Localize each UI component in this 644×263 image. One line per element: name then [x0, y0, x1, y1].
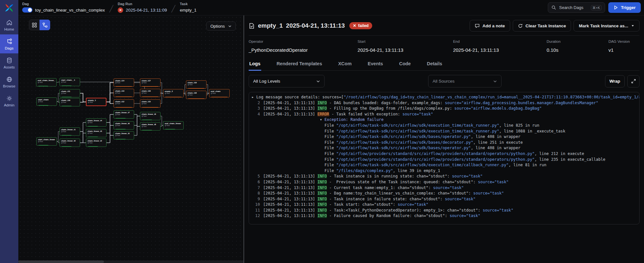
tab-details[interactable]: Details	[426, 58, 443, 71]
sidebar-item-label: Home	[4, 27, 14, 31]
node-status-badge: ✓ success	[61, 86, 72, 86]
log-level-select[interactable]: All Log Levels	[249, 75, 325, 87]
dag-name[interactable]: toy_chain_linear_vs_chain_complex	[35, 8, 105, 13]
sidebar-item-home[interactable]: Home	[0, 15, 18, 34]
dag-graph-icon	[6, 38, 13, 45]
dag-node-chain_t14[interactable]: chain_t14@Task⊘ upstream_failed	[114, 78, 134, 87]
dag-node-chain_t13[interactable]: chain_t13@Task⊘ upstream_failed	[114, 89, 134, 97]
dag-node-chain_t19[interactable]: chain_t19@Task⊘ upstream_failed	[186, 80, 207, 89]
sidebar: HomeDagsAssetsBrowseAdmin	[0, 0, 18, 263]
add-note-button[interactable]: Add a note	[470, 20, 510, 32]
dag-node-chain_linear_t0[interactable]: chain_linear_t0@Task✓ success	[60, 139, 80, 147]
database-icon	[6, 57, 13, 64]
dag-node-chain_linear_t5[interactable]: chain_linear_t5@Task✓ success	[114, 131, 134, 140]
status-badge: ✕ failed	[349, 22, 372, 29]
log-line: File "/files/dags/complex.py", line 39 i…	[252, 168, 639, 174]
log-line: 2[2025-04-21, 13:11:13] INFO - DAG bundl…	[252, 100, 639, 106]
log-line: 10[2025-04-21, 13:11:13] INFO - Task sta…	[252, 202, 639, 208]
app-root: HomeDagsAssetsBrowseAdmin Dag toy_chain_…	[0, 0, 644, 263]
log-source-select[interactable]: All Sources	[428, 75, 501, 87]
dag-node-end_chain_linear[interactable]: end_chain_linear@Task✓ success	[163, 121, 184, 130]
log-line: 12[2025-04-21, 13:11:13] INFO - Failure …	[252, 213, 639, 219]
chevron-down-icon	[493, 79, 497, 83]
node-status-badge: ⊘ upstream_failed	[188, 88, 205, 89]
grid-view-button[interactable]	[29, 20, 40, 30]
node-status-badge: ⊘ upstream_failed	[115, 96, 133, 97]
node-status-badge: ✓ success	[38, 86, 49, 86]
expand-icon	[631, 79, 636, 84]
graph-view-button[interactable]	[40, 20, 50, 30]
dag-node-chain_t17[interactable]: chain_t17@Task⊘ upstream_failed	[140, 78, 161, 87]
node-status-badge: ✓ success	[38, 145, 49, 146]
log-line: File "/opt/airflow/task-sdk/src/airflow/…	[252, 129, 639, 134]
sidebar-item-assets[interactable]: Assets	[0, 53, 18, 72]
mark-task-instance-as-button[interactable]: Mark Task Instance as...	[574, 20, 639, 32]
sidebar-item-admin[interactable]: Admin	[0, 91, 18, 110]
trigger-button[interactable]: Trigger	[608, 2, 641, 13]
topbar: Dag toy_chain_linear_vs_chain_complex ╱ …	[18, 0, 644, 15]
sidebar-item-browse[interactable]: Browse	[0, 72, 18, 91]
sidebar-item-dags[interactable]: Dags	[0, 34, 18, 53]
dag-node-chain_linear_t1[interactable]: chain_linear_t1@Task✓ success	[60, 127, 80, 136]
tab-rendered-templates[interactable]: Rendered Templates	[276, 58, 323, 71]
log-line: 11[2025-04-21, 13:11:13] INFO - Task:<Ta…	[252, 208, 639, 213]
node-status-badge: ⊘ upstream_failed	[142, 86, 159, 87]
dag-node-chain_linear_t8[interactable]: chain_linear_t8@Task✓ success	[140, 122, 161, 131]
sidebar-nav: HomeDagsAssetsBrowseAdmin	[0, 15, 18, 110]
dag-node-chain_linear_t9[interactable]: chain_linear_t9@Task✓ success	[140, 112, 161, 120]
search-dags-input[interactable]: Search Dags ⌘+K	[548, 2, 605, 13]
log-line: 3[2025-04-21, 13:11:13] INFO - Filling u…	[252, 106, 639, 112]
play-icon	[613, 5, 618, 10]
dag-run-link[interactable]: 2025-04-21, 13:11:09	[126, 8, 167, 13]
breadcrumb-separator: ╱	[109, 5, 113, 13]
dag-node-empty_1[interactable]: empty_1@Task✕ failed	[86, 98, 106, 106]
node-status-badge: ✓ success	[115, 118, 126, 119]
log-line: File "/opt/airflow/task-sdk/src/airflow/…	[252, 145, 639, 151]
fullscreen-button[interactable]	[627, 75, 639, 87]
dag-node-empty_2[interactable]: empty_2@Task⊘ upstream_failed	[163, 89, 184, 97]
dag-node-chain_t16[interactable]: chain_t16@Task⊘ upstream_failed	[140, 89, 161, 97]
task-label: Task	[180, 2, 197, 6]
log-line: 7[2025-04-21, 13:11:13] INFO - Current t…	[252, 185, 639, 191]
dag-node-chain_t18[interactable]: chain_t18@Task⊘ upstream_failed	[186, 91, 207, 99]
clear-task-instance-button[interactable]: Clear Task Instance	[513, 20, 571, 32]
task-instance-timestamp: 2025-04-21, 13:11:13	[286, 22, 345, 29]
dag-node-start_chain__1[interactable]: start_chain__1@Task✓ success	[60, 78, 80, 86]
sidebar-item-label: Admin	[4, 103, 14, 107]
dag-node-chain_linear_t6[interactable]: chain_linear_t6@Task✓ success	[114, 121, 134, 130]
log-viewer[interactable]: ▸ Log message source details: sources=["…	[249, 92, 639, 224]
tab-xcom[interactable]: XCom	[337, 58, 352, 71]
graph-options-button[interactable]: Options	[206, 22, 236, 31]
dag-node-chain_t15[interactable]: chain_t15@Task⊘ upstream_failed	[140, 99, 161, 108]
log-line: File "/opt/airflow/task-sdk/src/airflow/…	[252, 140, 639, 146]
dag-node-chain_linear_t3[interactable]: chain_linear_t3@Task✓ success	[86, 129, 106, 137]
dag-pause-toggle[interactable]	[22, 7, 32, 13]
tab-events[interactable]: Events	[367, 58, 384, 71]
dag-node-chain_t12[interactable]: chain_t12@Task⊘ upstream_failed	[114, 99, 134, 108]
node-status-badge: ✓ success	[61, 97, 72, 97]
dag-node-chain_t10[interactable]: chain_t10@Task✓ success	[60, 98, 80, 106]
dag-node-end_chain[interactable]: end_chain@Task⊘ upstream_failed	[209, 89, 230, 97]
log-line: File "/opt/airflow/providers/standard/sr…	[252, 151, 639, 157]
dag-node-end_chain_linear__1[interactable]: end_chain_linear__1@Task✓ success	[36, 78, 57, 86]
log-line: File "/opt/airflow/task-sdk/src/airflow/…	[252, 162, 639, 168]
dag-node-chain_linear_t4[interactable]: chain_linear_t4@Task✓ success	[86, 118, 106, 127]
task-doc-icon	[249, 23, 255, 29]
caret-down-icon	[631, 24, 634, 27]
breadcrumb-separator: ╱	[171, 5, 175, 13]
log-line: File "/opt/airflow/providers/standard/sr…	[252, 157, 639, 163]
airflow-logo-icon[interactable]	[0, 0, 18, 15]
graph-horizontal-scrollbar[interactable]	[18, 260, 244, 263]
node-status-badge: ⊘ upstream_failed	[142, 96, 159, 97]
tab-code[interactable]: Code	[399, 58, 411, 71]
dag-node-start_chain_linear[interactable]: start_chain_linear@Task✓ success	[36, 137, 57, 146]
dag-node-chain_linear_t7[interactable]: chain_linear_t7@Task✓ success	[114, 110, 134, 119]
search-icon	[551, 5, 556, 10]
dag-node-start_chain[interactable]: start_chain@Task✓ success	[36, 97, 57, 106]
wrap-button[interactable]: Wrap	[605, 75, 625, 87]
dag-node-chain_linear_t2[interactable]: chain_linear_t2@Task✓ success	[86, 139, 106, 147]
task-name[interactable]: empty_1	[180, 8, 197, 13]
node-status-badge: ✓ success	[115, 129, 126, 130]
dag-node-chain_t11[interactable]: chain_t11@Task✓ success	[60, 89, 80, 97]
tab-logs[interactable]: Logs	[249, 58, 261, 71]
